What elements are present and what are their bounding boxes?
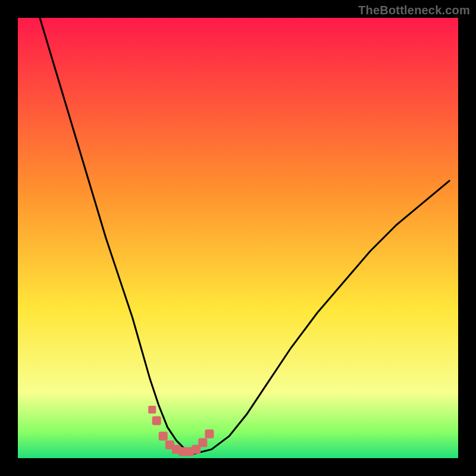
highlight-marker <box>159 432 168 441</box>
highlight-marker <box>152 416 161 425</box>
chart-frame <box>18 18 458 458</box>
watermark-text: TheBottleneck.com <box>358 4 470 17</box>
highlight-marker <box>198 439 207 447</box>
gradient-background <box>18 18 458 458</box>
bottleneck-plot <box>18 18 458 458</box>
extra-marker <box>148 406 156 414</box>
highlight-marker <box>205 430 214 439</box>
